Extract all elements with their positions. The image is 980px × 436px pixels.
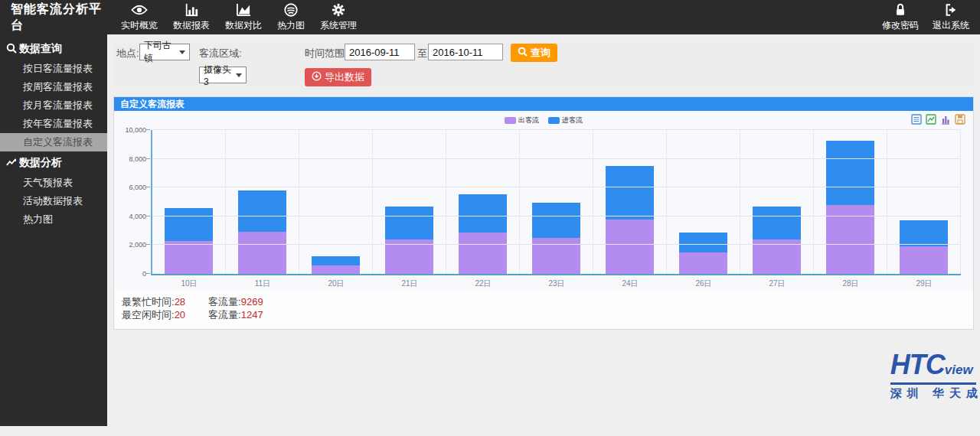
bar-chart-icon bbox=[183, 3, 200, 21]
data-view-icon[interactable] bbox=[911, 114, 922, 125]
x-axis-tick-label: 21日 bbox=[373, 278, 446, 289]
legend-item[interactable]: 进客流 bbox=[548, 116, 583, 125]
y-axis-tick-label: 6,000 bbox=[129, 184, 146, 191]
sidebar-item-heatmap[interactable]: 热力图 bbox=[0, 210, 107, 229]
sidebar-item-daily-report[interactable]: 按日客流量报表 bbox=[0, 60, 107, 78]
camera-select[interactable]: 摄像头3 bbox=[199, 67, 247, 83]
x-axis-tick-label: 28日 bbox=[814, 278, 887, 289]
download-icon bbox=[312, 71, 322, 83]
app-title: 智能客流分析平台 bbox=[0, 2, 121, 34]
sidebar-item-weekly-report[interactable]: 按周客流量报表 bbox=[0, 78, 107, 96]
nav-item-data-compare[interactable]: 数据对比 bbox=[225, 3, 262, 31]
gear-icon bbox=[330, 3, 347, 21]
chevron-down-icon bbox=[179, 50, 185, 54]
main-content: 地点: 下司古镇 客流区域: 摄像头3 时间范围 至 查询 导出数据 bbox=[107, 34, 980, 436]
heatmap-icon bbox=[283, 3, 299, 21]
stacked-bar bbox=[826, 130, 874, 274]
stacked-bar bbox=[238, 130, 286, 274]
nav-item-logout[interactable]: 退出系统 bbox=[933, 3, 969, 31]
y-axis-tick bbox=[146, 244, 150, 245]
nav-item-label: 退出系统 bbox=[933, 21, 969, 31]
logout-icon bbox=[942, 3, 959, 21]
logo-subtitle: 深圳 华天成 bbox=[890, 386, 980, 401]
bar-segment-in bbox=[679, 233, 727, 252]
bar-segment-in bbox=[385, 207, 433, 239]
query-button[interactable]: 查询 bbox=[511, 44, 557, 62]
bar-segment-in bbox=[532, 203, 580, 238]
camera-select-value: 摄像头3 bbox=[204, 63, 232, 87]
stacked-bar bbox=[679, 130, 727, 274]
bar-slot bbox=[520, 130, 593, 274]
y-axis-tick bbox=[146, 187, 150, 187]
chart-legend: 出客流进客流 bbox=[505, 116, 583, 125]
sidebar: 数据查询 按日客流量报表 按周客流量报表 按月客流量报表 按年客流量报表 自定义… bbox=[0, 34, 107, 426]
stacked-bar bbox=[385, 130, 433, 274]
stacked-bar bbox=[165, 130, 213, 274]
sidebar-section-data-query: 数据查询 bbox=[0, 37, 107, 60]
time-range-label: 时间范围 bbox=[305, 47, 345, 60]
area-chart-icon bbox=[235, 3, 252, 21]
y-axis-tick bbox=[146, 216, 150, 216]
location-label: 地点: bbox=[116, 47, 139, 60]
nav-item-system-admin[interactable]: 系统管理 bbox=[320, 3, 357, 31]
bar-slot bbox=[814, 130, 887, 274]
y-axis-tick bbox=[146, 273, 150, 274]
page: 智能客流分析平台 实时概览 数据报表 数据对比 热力图 系统管理 bbox=[0, 0, 980, 436]
bar-slot bbox=[740, 130, 814, 274]
idle-flow-value: 1247 bbox=[241, 309, 263, 320]
x-axis-tick-label: 22日 bbox=[446, 278, 520, 289]
y-axis-tick-label: 8,000 bbox=[129, 155, 146, 163]
nav-item-data-report[interactable]: 数据报表 bbox=[173, 3, 210, 31]
trend-icon bbox=[6, 157, 17, 170]
y-axis-tick-label: 4,000 bbox=[129, 213, 146, 220]
eye-icon bbox=[131, 3, 148, 21]
location-select[interactable]: 下司古镇 bbox=[139, 44, 190, 60]
stacked-bar bbox=[900, 130, 948, 274]
bar-segment-out bbox=[532, 238, 580, 274]
bar-segment-out bbox=[165, 241, 213, 274]
bar-slot bbox=[446, 130, 520, 274]
busiest-time-label: 最繁忙时间: bbox=[122, 296, 175, 307]
legend-item[interactable]: 出客流 bbox=[505, 116, 539, 125]
logo-view-text: view bbox=[945, 363, 973, 377]
y-axis-tick-label: 2,000 bbox=[129, 241, 146, 249]
y-axis-tick bbox=[146, 129, 150, 130]
export-button-label: 导出数据 bbox=[325, 70, 364, 84]
nav-item-realtime-overview[interactable]: 实时概览 bbox=[121, 3, 158, 31]
y-axis-tick bbox=[146, 158, 150, 159]
bar-slot bbox=[299, 130, 373, 274]
nav-item-label: 系统管理 bbox=[320, 21, 357, 31]
export-data-button[interactable]: 导出数据 bbox=[305, 68, 371, 86]
idle-time-label: 最空闲时间: bbox=[122, 309, 175, 320]
x-axis-tick-label: 27日 bbox=[740, 278, 814, 289]
bar-slot bbox=[373, 130, 446, 274]
date-to-input[interactable] bbox=[428, 44, 503, 60]
sidebar-item-custom-report[interactable]: 自定义客流报表 bbox=[0, 133, 107, 151]
logo-wordmark: HTCview bbox=[890, 353, 976, 385]
nav-item-change-password[interactable]: 修改密码 bbox=[882, 3, 919, 31]
plot-wrap: 02,0004,0006,0008,00010,000 bbox=[151, 130, 961, 275]
save-image-icon[interactable] bbox=[955, 114, 965, 125]
date-from-input[interactable] bbox=[345, 44, 415, 60]
sidebar-item-activity-report[interactable]: 活动数据报表 bbox=[0, 192, 107, 210]
bar-segment-in bbox=[606, 166, 654, 220]
nav-item-heatmap[interactable]: 热力图 bbox=[277, 3, 305, 31]
bar-slot bbox=[667, 130, 740, 274]
nav-item-label: 热力图 bbox=[277, 21, 305, 31]
x-axis-tick-label: 26日 bbox=[667, 278, 740, 289]
query-button-label: 查询 bbox=[531, 46, 550, 60]
stacked-bar bbox=[606, 130, 654, 274]
nav-item-label: 实时概览 bbox=[121, 21, 158, 31]
x-axis-tick-label: 24日 bbox=[593, 278, 667, 289]
sidebar-item-weather-report[interactable]: 天气预报表 bbox=[0, 174, 107, 192]
legend-label: 出客流 bbox=[518, 116, 539, 125]
bar-segment-out bbox=[459, 233, 507, 274]
bar-chart-icon[interactable] bbox=[940, 114, 951, 125]
x-axis-tick-label: 23日 bbox=[520, 278, 593, 289]
sidebar-item-monthly-report[interactable]: 按月客流量报表 bbox=[0, 96, 107, 115]
chart-toolbox bbox=[911, 114, 965, 125]
line-chart-icon[interactable] bbox=[926, 114, 936, 125]
busiest-flow-label: 客流量: bbox=[208, 296, 241, 307]
chart-zone: 出客流进客流 02,0004,0006,0008,00010,000 10日11… bbox=[114, 111, 973, 289]
sidebar-item-yearly-report[interactable]: 按年客流量报表 bbox=[0, 115, 107, 133]
